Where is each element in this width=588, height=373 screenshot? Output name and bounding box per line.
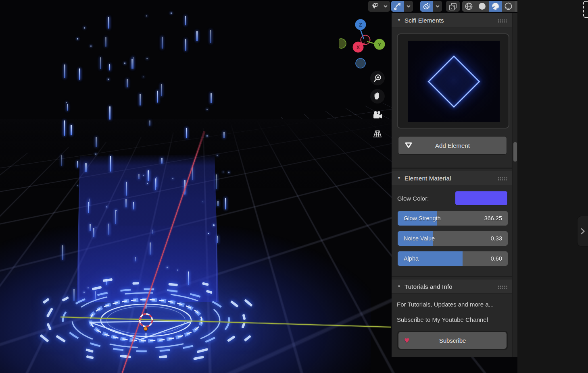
subscribe-label: Subscribe [439,337,466,344]
svg-text:Y: Y [378,41,382,48]
chevron-down-icon [407,5,411,8]
gizmo-x-ball[interactable]: X [353,42,364,53]
panel-grip-icon[interactable] [498,285,507,289]
noise-value-slider[interactable]: Noise Value 0.33 [398,231,508,246]
svg-text:Z: Z [359,22,362,28]
show-overlays-button[interactable] [420,1,433,12]
chevron-down-icon [384,5,388,8]
material-sphere-icon [491,2,500,10]
blender-window: Z Y X [0,0,588,373]
pan-button[interactable] [370,89,385,104]
right-editor-strip [517,0,588,373]
glow-strength-slider[interactable]: Glow Strength 366.25 [398,211,508,226]
slider-value: 0.60 [491,251,502,266]
panel-title: Scifi Elements [405,17,444,24]
grid-perspective-button[interactable] [370,126,385,141]
toggle-xray-button[interactable] [446,1,460,12]
camera-view-icon [372,110,383,120]
panel-header-tutorials-info[interactable]: ▼ Tutorials and Info [392,280,512,294]
camera-view-button[interactable] [370,108,385,122]
shading-material-preview-button[interactable] [489,1,502,12]
show-gizmo-button[interactable] [391,1,404,12]
viewport-header [365,0,520,13]
heart-icon: ♥ [404,336,409,345]
overlays-circles-icon [423,3,431,10]
triangle-down-icon [404,141,413,149]
chevron-right-icon [580,228,585,235]
info-text-line2: Subscribe to My Youtube Channel [397,316,488,323]
show-overlays-dropdown[interactable] [433,1,442,12]
subscribe-button-frame: ♥ Subscribe [397,331,508,350]
sidebar-scrollbar[interactable] [512,13,517,357]
gizmo-y-ball[interactable]: Y [374,39,385,50]
rendered-sphere-icon [504,2,513,10]
object-visibility-dropdown[interactable] [381,1,390,12]
slider-label: Glow Strength [404,211,441,226]
navigation-gizmo[interactable]: Z Y X [339,16,391,68]
gizmo-minus-y-ball[interactable] [339,39,346,48]
collapse-triangle-icon: ▼ [397,176,401,180]
shading-wireframe-button[interactable] [462,1,475,12]
slider-label: Noise Value [404,231,435,246]
gizmo-minus-x-ball[interactable] [361,35,370,45]
solid-sphere-icon [478,2,486,10]
glow-color-label: Glow Color: [397,195,429,202]
panel-title: Tutorials and Info [405,283,452,290]
panel-header-element-material[interactable]: ▼ Element Material [392,171,512,185]
panel-divider [392,168,512,169]
svg-text:X: X [357,44,360,50]
sidebar-expand-tab[interactable] [577,216,588,247]
panel-grip-icon[interactable] [498,177,507,180]
shading-rendered-button[interactable] [502,1,515,12]
gizmo-arrow-icon [394,2,402,10]
panel-divider [392,276,512,277]
info-text-line1: For Tutorials, Updates and more a... [397,301,494,308]
grid-perspective-icon [372,129,383,138]
show-gizmo-dropdown[interactable] [404,1,413,12]
slider-value: 366.25 [484,211,502,226]
gizmo-z-ball[interactable]: Z [355,19,366,30]
n-panel-sidebar: ▼ Scifi Elements Add Element [392,13,512,357]
zoom-magnifier-icon [373,74,382,83]
scrollbar-thumb[interactable] [513,142,517,162]
neon-diamond-preview [408,41,500,122]
gizmo-minus-z-ball[interactable] [356,58,365,68]
alpha-slider[interactable]: Alpha 0.60 [398,251,508,266]
element-preview-box[interactable] [397,33,509,128]
xray-squares-icon [448,2,457,11]
panel-grip-icon[interactable] [498,19,507,23]
panel-header-scifi-elements[interactable]: ▼ Scifi Elements [392,13,512,27]
add-element-label: Add Element [435,142,470,149]
slider-label: Alpha [404,251,419,266]
pan-hand-icon [373,92,382,101]
zoom-button[interactable] [370,71,385,85]
editor-corner-icon [583,1,588,18]
subscribe-button[interactable]: ♥ Subscribe [398,332,507,349]
wireframe-sphere-icon [465,2,473,10]
collapse-triangle-icon: ▼ [397,18,401,22]
collapse-triangle-icon: ▼ [397,284,401,288]
editor-edge-line [587,0,587,373]
pointer-eye-icon [371,2,379,10]
slider-value: 0.33 [491,231,502,246]
glow-color-swatch[interactable] [455,191,508,205]
add-element-button[interactable]: Add Element [398,136,507,155]
shading-solid-button[interactable] [475,1,489,12]
object-visibility-button[interactable] [368,1,381,12]
panel-title: Element Material [405,175,451,182]
chevron-down-icon [436,5,440,8]
